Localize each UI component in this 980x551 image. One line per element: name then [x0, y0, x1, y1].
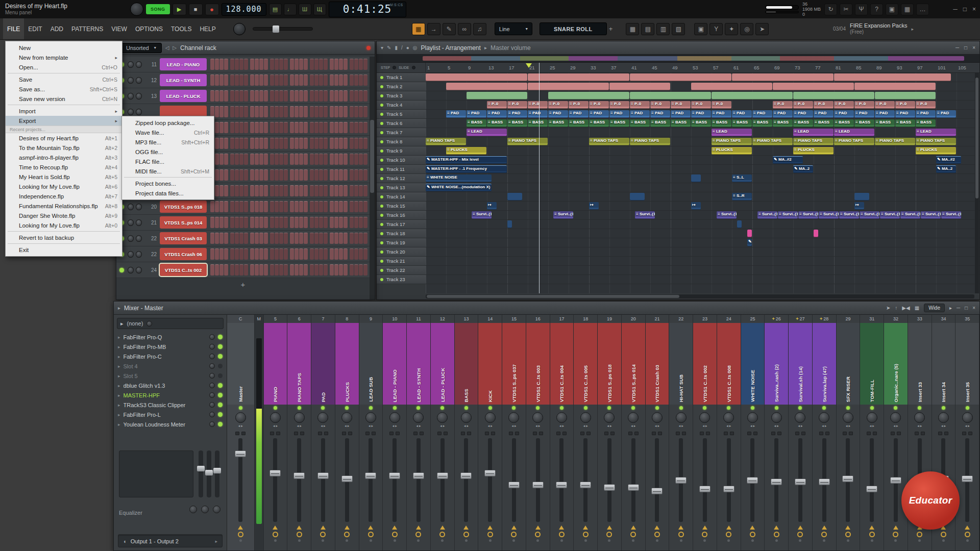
clip-lead[interactable]: ≡ LEAD: [467, 129, 507, 136]
channel-button-vtds1-crash-03[interactable]: VTDS1 Crash 03: [160, 232, 207, 244]
strip-color-band[interactable]: VTDS1 C..ts 003: [526, 323, 550, 405]
step-cell[interactable]: [310, 59, 314, 70]
clip-bass[interactable]: ≡ BASS: [854, 119, 874, 127]
mixer-strip-lead-sub[interactable]: 9LEAD SUB◂ ▸: [359, 315, 383, 550]
step-cell[interactable]: [304, 201, 308, 212]
step-cell[interactable]: [210, 59, 214, 70]
step-cell[interactable]: [314, 74, 318, 86]
menu-item-new[interactable]: New: [6, 43, 122, 53]
step-cell[interactable]: [290, 122, 294, 133]
step-cell[interactable]: [224, 59, 228, 70]
slot-enable-led[interactable]: [218, 373, 223, 378]
step-cell[interactable]: [255, 233, 259, 244]
step-cell[interactable]: [334, 74, 338, 86]
step-cell[interactable]: [290, 59, 294, 70]
menu-item-desires-of-my-heart-flp[interactable]: Desires of my Heart.flpAlt+1: [6, 133, 122, 143]
track-header-track-7[interactable]: Track 7: [377, 128, 426, 137]
mixer-strip-kick[interactable]: 14KICK◂ ▸: [478, 315, 502, 550]
step-cell[interactable]: [284, 138, 288, 149]
slot-mix-knob[interactable]: [209, 421, 215, 427]
menubar-tools[interactable]: TOOLS: [167, 18, 195, 39]
strip-mute-led[interactable]: [741, 405, 765, 411]
clip[interactable]: [507, 220, 512, 228]
step-cell[interactable]: [290, 264, 294, 276]
up-icon[interactable]: ↑: [895, 305, 897, 311]
playlist-vscroll-handle[interactable]: [975, 78, 978, 199]
step-cell[interactable]: [259, 90, 263, 102]
step-cell[interactable]: [210, 201, 214, 212]
track-led[interactable]: [380, 278, 383, 281]
step-cell[interactable]: [235, 264, 239, 276]
clip-p-0[interactable]: ≡ P..0: [691, 101, 711, 109]
step-cell[interactable]: [324, 217, 328, 228]
step-cell[interactable]: [224, 154, 228, 165]
step-cell[interactable]: [215, 233, 219, 244]
step-cell[interactable]: [339, 106, 343, 117]
strip-clock-icon[interactable]: [238, 532, 243, 537]
step-cell[interactable]: [284, 106, 288, 117]
loop-marker-icon[interactable]: [526, 63, 532, 68]
step-cell[interactable]: [239, 122, 243, 133]
fader-handle[interactable]: [699, 486, 710, 492]
step-cell[interactable]: [319, 122, 323, 133]
step-cell[interactable]: [244, 233, 248, 244]
step-cell[interactable]: [270, 138, 274, 149]
clip-pad[interactable]: ≡ PAD: [671, 110, 691, 118]
step-cell[interactable]: [330, 248, 334, 260]
strip-color-band[interactable]: LEAD - PLUCK: [431, 323, 454, 405]
clip-survi-14[interactable]: ≡ Survi..(14): [778, 211, 798, 219]
strip-fader[interactable]: [741, 436, 765, 524]
route-up-icon[interactable]: [368, 525, 373, 530]
clip-white-noise-modulation-x[interactable]: ✎ WHITE NOISE...(modulation X): [426, 184, 492, 191]
menu-item-flac-file[interactable]: FLAC file...: [122, 157, 214, 166]
step-cell[interactable]: [363, 217, 368, 228]
step-cell[interactable]: [324, 106, 328, 117]
step-cell[interactable]: [344, 217, 348, 228]
step-cell[interactable]: [259, 201, 263, 212]
step-cell[interactable]: [250, 59, 254, 70]
channel-group-selector[interactable]: Unsorted ▾: [120, 43, 162, 53]
track-header-track-18[interactable]: Track 18: [377, 229, 426, 238]
step-cell[interactable]: [299, 122, 303, 133]
step-cell[interactable]: [235, 154, 239, 165]
step-cell[interactable]: [230, 201, 234, 212]
step-cell[interactable]: [354, 201, 358, 212]
step-cell[interactable]: [239, 169, 243, 181]
clip-pad[interactable]: ≡ PAD: [875, 110, 895, 118]
clip-plucks[interactable]: ≡ PLUCKS: [916, 147, 956, 155]
channel-volume-knob[interactable]: [136, 251, 142, 258]
step-cell[interactable]: [339, 248, 343, 260]
clip-survi-14[interactable]: ≡ Survi..(14): [941, 211, 961, 219]
step-cell[interactable]: [279, 138, 283, 149]
clip-pad[interactable]: ≡ PAD: [834, 110, 854, 118]
step-cell[interactable]: [264, 74, 268, 86]
step-cell[interactable]: [354, 122, 358, 133]
collapse-icon[interactable]: ▶◀: [902, 305, 910, 311]
menu-item-zipped-loop-package[interactable]: Zipped loop package...: [122, 118, 214, 128]
step-cell[interactable]: [310, 248, 314, 260]
step-cell[interactable]: [250, 201, 254, 212]
save-icon[interactable]: ▣: [886, 4, 898, 15]
clip[interactable]: [609, 83, 670, 90]
clip-bass[interactable]: ≡ BASS: [467, 119, 486, 127]
playlist-track-lane[interactable]: [426, 266, 979, 275]
strip-stereo-knob[interactable]: [455, 411, 478, 424]
step-cell[interactable]: [304, 90, 308, 102]
clip-pad[interactable]: ≡ PAD: [467, 110, 486, 118]
strip-clock-icon[interactable]: [797, 532, 803, 537]
eq-knob[interactable]: [189, 506, 197, 513]
step-cell[interactable]: [319, 74, 323, 86]
playlist-track-lane[interactable]: ✎ MASTER-HPF - Mix level✎ MA..#2✎ MA..#2: [426, 156, 979, 165]
step-cell[interactable]: [250, 233, 254, 244]
route-up-icon[interactable]: [392, 525, 397, 530]
step-cell[interactable]: [344, 233, 348, 244]
step-cell[interactable]: [259, 154, 263, 165]
step-cell[interactable]: [319, 185, 323, 196]
strip-stereo-knob[interactable]: [646, 411, 669, 424]
strip-clock-icon[interactable]: [606, 532, 612, 537]
clip-bass[interactable]: ≡ BASS: [528, 119, 548, 127]
clip[interactable]: [732, 73, 834, 81]
step-cell[interactable]: [284, 233, 288, 244]
step-cell[interactable]: [304, 217, 308, 228]
step-cell[interactable]: [324, 169, 328, 181]
